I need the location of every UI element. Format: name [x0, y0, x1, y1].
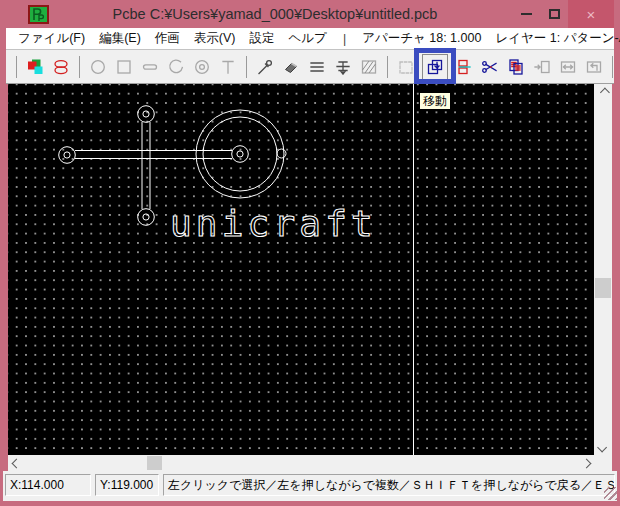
window-title: Pcbe C:¥Users¥yamad_000¥Desktop¥untitled… — [60, 0, 490, 28]
select-rect-icon[interactable] — [396, 54, 416, 80]
draw-rect-icon[interactable] — [114, 54, 134, 80]
titlebar[interactable]: Pcbe C:¥Users¥yamad_000¥Desktop¥untitled… — [0, 0, 620, 28]
scrollbar-corner — [594, 455, 612, 471]
draw-circle-icon[interactable] — [88, 54, 108, 80]
layer-indicator[interactable]: レイヤー 1: パターン-A — [495, 30, 620, 47]
menubar: ファイル(F) 編集(E) 作画 表示(V) 設定 ヘルプ | アパーチャ 18… — [6, 28, 614, 50]
pcb-artwork: unicraft — [8, 84, 594, 455]
pcbe-window: Pcbe C:¥Users¥yamad_000¥Desktop¥untitled… — [0, 0, 620, 506]
scroll-up-button[interactable] — [594, 84, 612, 100]
draw-text-icon[interactable] — [218, 54, 238, 80]
status-message: 左クリックで選択／左を押しながらで複数／ＳＨＩＦＴを押しながらで戻る／ＥＳＣで取 — [163, 474, 615, 496]
align-stack-icon[interactable] — [333, 54, 353, 80]
minimize-icon — [521, 13, 532, 15]
menu-view[interactable]: 表示(V) — [194, 30, 236, 47]
menu-settings[interactable]: 設定 — [249, 30, 274, 47]
move-icon — [426, 58, 444, 76]
cut-icon[interactable] — [480, 54, 500, 80]
chevron-right-icon — [581, 458, 591, 468]
close-button[interactable]: × — [568, 0, 614, 28]
toolbar-separator — [79, 56, 80, 78]
toolbar-separator — [612, 56, 613, 78]
stretch-width-icon[interactable] — [558, 54, 578, 80]
window-controls: × — [512, 0, 614, 28]
status-y-coordinate: Y:119.000 — [95, 474, 159, 496]
pcb-canvas[interactable]: unicraft — [8, 84, 594, 455]
draw-donut-icon[interactable] — [192, 54, 212, 80]
menu-draw[interactable]: 作画 — [155, 30, 180, 47]
fill-hatch-icon[interactable] — [359, 54, 379, 80]
chevron-down-icon — [597, 442, 607, 452]
chevron-up-icon — [599, 87, 609, 97]
vertical-scroll-thumb[interactable] — [595, 278, 611, 298]
aperture-indicator[interactable]: アパーチャ 18: 1.000 — [362, 30, 481, 47]
paste-icon[interactable] — [532, 54, 552, 80]
toolbar-separator — [16, 56, 17, 78]
toolbar-separator — [387, 56, 388, 78]
status-x-coordinate: X:114.000 — [5, 474, 91, 496]
menu-file[interactable]: ファイル(F) — [18, 30, 85, 47]
menu-help[interactable]: ヘルプ — [288, 30, 326, 47]
erase-icon[interactable] — [281, 54, 301, 80]
maximize-button[interactable] — [540, 0, 568, 28]
horizontal-scroll-thumb[interactable] — [147, 456, 162, 470]
layers-icon[interactable] — [25, 54, 45, 80]
draw-arc-icon[interactable] — [166, 54, 186, 80]
statusbar: X:114.000 Y:119.000 左クリックで選択／左を押しながらで複数／… — [3, 471, 617, 501]
minimize-button[interactable] — [512, 0, 540, 28]
app-logo-icon — [28, 5, 49, 24]
aperture-shapes-icon[interactable] — [51, 54, 71, 80]
pin-icon[interactable] — [255, 54, 275, 80]
svg-text:unicraft: unicraft — [170, 203, 377, 244]
scroll-down-button[interactable] — [594, 439, 612, 455]
copy-icon[interactable] — [506, 54, 526, 80]
menubar-separator: | — [343, 32, 346, 46]
horizontal-scrollbar[interactable] — [8, 455, 594, 471]
chevron-left-icon — [11, 458, 21, 468]
move-tooltip: 移動 — [419, 92, 451, 110]
jump-flag-icon[interactable] — [454, 54, 474, 80]
undo-icon[interactable] — [584, 54, 604, 80]
pattern-lines-icon[interactable] — [307, 54, 327, 80]
toolbar: 移動 — [6, 50, 614, 84]
resize-grip[interactable] — [604, 487, 617, 500]
menu-edit[interactable]: 編集(E) — [99, 30, 141, 47]
scroll-right-button[interactable] — [578, 455, 594, 471]
maximize-icon — [549, 9, 560, 19]
scroll-left-button[interactable] — [8, 455, 24, 471]
move-tool-button[interactable]: 移動 — [422, 54, 448, 80]
close-icon: × — [587, 6, 596, 23]
draw-line-icon[interactable] — [140, 54, 160, 80]
toolbar-separator — [246, 56, 247, 78]
vertical-scrollbar[interactable] — [594, 84, 612, 455]
